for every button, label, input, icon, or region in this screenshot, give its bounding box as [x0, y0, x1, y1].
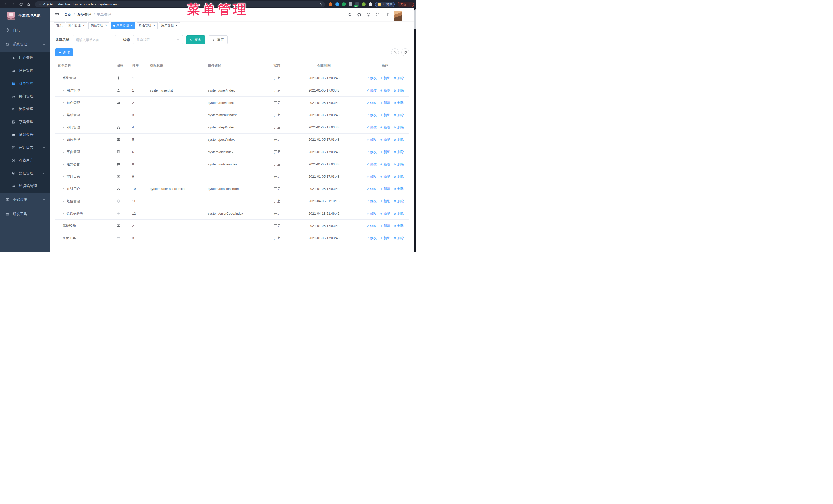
delete-link[interactable]: 删除: [394, 88, 404, 93]
extension-grid-icon[interactable]: [349, 2, 352, 6]
expand-arrow-icon[interactable]: [62, 187, 65, 190]
forward-icon[interactable]: [11, 2, 16, 7]
edit-link[interactable]: 修改: [366, 187, 377, 191]
add-child-link[interactable]: 新增: [380, 174, 390, 179]
close-icon[interactable]: ✕: [130, 24, 133, 27]
github-icon[interactable]: [357, 13, 361, 17]
column-header[interactable]: 操作: [361, 63, 409, 68]
add-child-link[interactable]: 新增: [380, 113, 390, 117]
expand-arrow-icon[interactable]: [58, 237, 61, 240]
delete-link[interactable]: 删除: [394, 174, 404, 179]
expand-arrow-icon[interactable]: [62, 114, 65, 117]
menu-name-input[interactable]: [73, 35, 116, 44]
sidebar-item-dict-management[interactable]: 字典管理: [0, 116, 50, 128]
tag-post-management[interactable]: 岗位管理 ✕: [89, 22, 110, 29]
add-child-link[interactable]: 新增: [380, 125, 390, 130]
question-icon[interactable]: [366, 13, 371, 17]
expand-arrow-icon[interactable]: [58, 224, 61, 227]
delete-link[interactable]: 删除: [394, 223, 404, 228]
close-icon[interactable]: ✕: [175, 24, 177, 27]
edit-link[interactable]: 修改: [366, 88, 377, 93]
tag-role-management[interactable]: 角色管理 ✕: [137, 22, 158, 29]
add-child-link[interactable]: 新增: [380, 76, 390, 80]
delete-link[interactable]: 删除: [394, 211, 404, 216]
expand-arrow-icon[interactable]: [62, 89, 65, 92]
show-search-button[interactable]: [391, 48, 399, 56]
expand-arrow-icon[interactable]: [62, 150, 65, 153]
delete-link[interactable]: 删除: [394, 236, 404, 240]
textsize-icon[interactable]: [385, 13, 389, 17]
reload-icon[interactable]: [19, 2, 24, 7]
expand-arrow-icon[interactable]: [62, 126, 65, 129]
fullscreen-icon[interactable]: [376, 13, 380, 17]
expand-arrow-icon[interactable]: [62, 138, 65, 141]
tag-home[interactable]: 首页: [54, 22, 65, 29]
reset-button[interactable]: 重置: [209, 35, 228, 44]
sidebar-logo-row[interactable]: 芋道管理系统: [0, 8, 50, 23]
delete-link[interactable]: 删除: [394, 113, 404, 117]
add-child-link[interactable]: 新增: [380, 137, 390, 142]
delete-link[interactable]: 删除: [394, 137, 404, 142]
edit-link[interactable]: 修改: [366, 150, 377, 154]
edit-link[interactable]: 修改: [366, 211, 377, 216]
add-button[interactable]: 新增: [55, 48, 73, 56]
expand-arrow-icon[interactable]: [62, 200, 65, 203]
edit-link[interactable]: 修改: [366, 76, 377, 80]
expand-arrow-icon[interactable]: [62, 175, 65, 178]
delete-link[interactable]: 删除: [394, 125, 404, 130]
sidebar-item-online-users[interactable]: 在线用户: [0, 154, 50, 167]
expand-arrow-icon[interactable]: [62, 163, 65, 166]
column-header[interactable]: 创建时间: [287, 63, 361, 68]
add-child-link[interactable]: 新增: [380, 211, 390, 216]
delete-link[interactable]: 删除: [394, 150, 404, 154]
column-header[interactable]: 权限标识: [147, 63, 205, 68]
close-icon[interactable]: ✕: [105, 24, 107, 27]
status-select[interactable]: 菜单状态: [133, 35, 183, 44]
column-header[interactable]: 状态: [267, 63, 287, 68]
search-icon[interactable]: [348, 13, 352, 17]
breadcrumb-home[interactable]: 首页: [64, 13, 71, 17]
delete-link[interactable]: 删除: [394, 76, 404, 80]
extension-server-icon[interactable]: on: [355, 2, 359, 6]
sidebar-item-role-management[interactable]: 角色管理: [0, 64, 50, 77]
close-icon[interactable]: ✕: [82, 24, 85, 27]
sidebar-item-audit-log[interactable]: 审计日志: [0, 141, 50, 154]
add-child-link[interactable]: 新增: [380, 223, 390, 228]
delete-link[interactable]: 删除: [394, 199, 404, 203]
extension-puzzle-icon[interactable]: [368, 2, 373, 6]
add-child-link[interactable]: 新增: [380, 88, 390, 93]
extension-leaf-icon[interactable]: [362, 2, 366, 6]
column-header[interactable]: 组件路径: [205, 63, 267, 68]
user-menu-caret-icon[interactable]: [407, 13, 410, 17]
add-child-link[interactable]: 新增: [380, 100, 390, 105]
browser-menu-icon[interactable]: ⋮: [408, 3, 411, 6]
edit-link[interactable]: 修改: [366, 223, 377, 228]
sidebar-item-sms-management[interactable]: 短信管理: [0, 167, 50, 180]
sidebar-item-dept-management[interactable]: 部门管理: [0, 90, 50, 103]
column-header[interactable]: 图标: [114, 63, 129, 68]
column-header[interactable]: 排序: [129, 63, 147, 68]
sidebar-item-home[interactable]: 首页: [0, 23, 50, 37]
tag-dept-management[interactable]: 部门管理 ✕: [66, 22, 87, 29]
security-chip[interactable]: 不安全: [39, 2, 53, 6]
edit-link[interactable]: 修改: [366, 174, 377, 179]
extension-gem-icon[interactable]: [335, 2, 339, 6]
browser-update-button[interactable]: 更新 ⋮: [398, 2, 414, 7]
edit-link[interactable]: 修改: [366, 199, 377, 203]
search-button[interactable]: 搜索: [186, 35, 205, 44]
sidebar-item-post-management[interactable]: 岗位管理: [0, 103, 50, 116]
extension-ring-icon[interactable]: [329, 2, 332, 6]
profile-paused-chip[interactable]: 已暂停: [375, 2, 395, 7]
breadcrumb-system-management[interactable]: 系统管理: [77, 13, 91, 17]
sidebar-item-system-management[interactable]: 系统管理: [0, 37, 50, 51]
edit-link[interactable]: 修改: [366, 100, 377, 105]
add-child-link[interactable]: 新增: [380, 236, 390, 240]
user-avatar[interactable]: [394, 11, 402, 21]
sidebar-item-error-code-management[interactable]: 错误码管理: [0, 180, 50, 193]
extension-check-icon[interactable]: [342, 2, 346, 6]
add-child-link[interactable]: 新增: [380, 187, 390, 191]
delete-link[interactable]: 删除: [394, 100, 404, 105]
sidebar-item-dev-tools[interactable]: 研发工具: [0, 207, 50, 221]
edit-link[interactable]: 修改: [366, 162, 377, 167]
add-child-link[interactable]: 新增: [380, 199, 390, 203]
